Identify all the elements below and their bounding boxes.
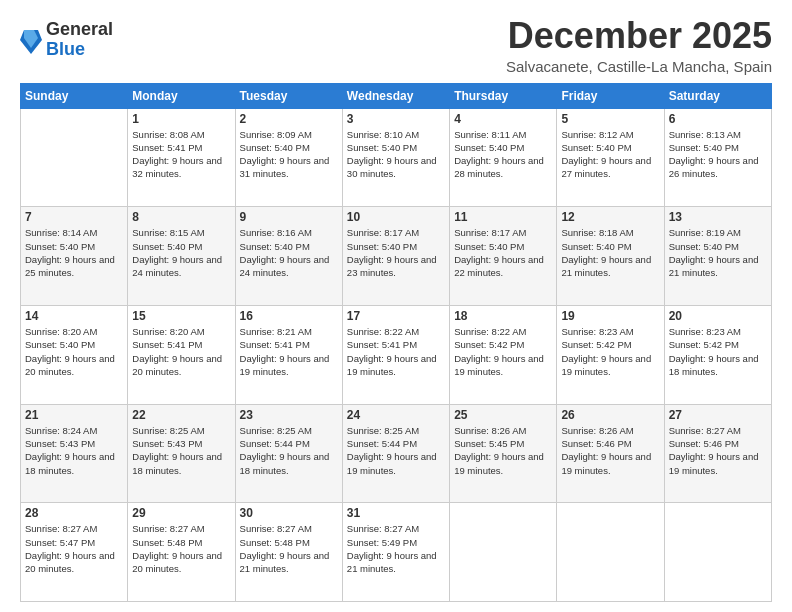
cell-details: Sunrise: 8:13 AMSunset: 5:40 PMDaylight:… (669, 128, 767, 181)
table-row: 21Sunrise: 8:24 AMSunset: 5:43 PMDayligh… (21, 404, 128, 503)
cell-details: Sunrise: 8:21 AMSunset: 5:41 PMDaylight:… (240, 325, 338, 378)
table-row: 18Sunrise: 8:22 AMSunset: 5:42 PMDayligh… (450, 305, 557, 404)
day-number: 22 (132, 408, 230, 422)
day-number: 21 (25, 408, 123, 422)
cell-details: Sunrise: 8:15 AMSunset: 5:40 PMDaylight:… (132, 226, 230, 279)
day-number: 4 (454, 112, 552, 126)
table-row: 20Sunrise: 8:23 AMSunset: 5:42 PMDayligh… (664, 305, 771, 404)
col-monday: Monday (128, 83, 235, 108)
table-row: 30Sunrise: 8:27 AMSunset: 5:48 PMDayligh… (235, 503, 342, 602)
table-row: 22Sunrise: 8:25 AMSunset: 5:43 PMDayligh… (128, 404, 235, 503)
day-number: 9 (240, 210, 338, 224)
day-number: 20 (669, 309, 767, 323)
table-row: 7Sunrise: 8:14 AMSunset: 5:40 PMDaylight… (21, 207, 128, 306)
day-number: 14 (25, 309, 123, 323)
table-row: 14Sunrise: 8:20 AMSunset: 5:40 PMDayligh… (21, 305, 128, 404)
day-number: 5 (561, 112, 659, 126)
day-number: 29 (132, 506, 230, 520)
day-number: 12 (561, 210, 659, 224)
day-number: 27 (669, 408, 767, 422)
day-number: 11 (454, 210, 552, 224)
table-row: 12Sunrise: 8:18 AMSunset: 5:40 PMDayligh… (557, 207, 664, 306)
cell-details: Sunrise: 8:14 AMSunset: 5:40 PMDaylight:… (25, 226, 123, 279)
calendar-header-row: Sunday Monday Tuesday Wednesday Thursday… (21, 83, 772, 108)
cell-details: Sunrise: 8:18 AMSunset: 5:40 PMDaylight:… (561, 226, 659, 279)
cell-details: Sunrise: 8:20 AMSunset: 5:41 PMDaylight:… (132, 325, 230, 378)
day-number: 1 (132, 112, 230, 126)
day-number: 13 (669, 210, 767, 224)
cell-details: Sunrise: 8:11 AMSunset: 5:40 PMDaylight:… (454, 128, 552, 181)
cell-details: Sunrise: 8:27 AMSunset: 5:47 PMDaylight:… (25, 522, 123, 575)
table-row: 13Sunrise: 8:19 AMSunset: 5:40 PMDayligh… (664, 207, 771, 306)
cell-details: Sunrise: 8:17 AMSunset: 5:40 PMDaylight:… (454, 226, 552, 279)
cell-details: Sunrise: 8:22 AMSunset: 5:41 PMDaylight:… (347, 325, 445, 378)
cell-details: Sunrise: 8:27 AMSunset: 5:49 PMDaylight:… (347, 522, 445, 575)
cell-details: Sunrise: 8:27 AMSunset: 5:48 PMDaylight:… (240, 522, 338, 575)
table-row (21, 108, 128, 207)
logo-general-text: General (46, 20, 113, 40)
cell-details: Sunrise: 8:25 AMSunset: 5:43 PMDaylight:… (132, 424, 230, 477)
day-number: 3 (347, 112, 445, 126)
calendar-week-row: 14Sunrise: 8:20 AMSunset: 5:40 PMDayligh… (21, 305, 772, 404)
cell-details: Sunrise: 8:23 AMSunset: 5:42 PMDaylight:… (561, 325, 659, 378)
logo-icon (20, 26, 42, 54)
cell-details: Sunrise: 8:16 AMSunset: 5:40 PMDaylight:… (240, 226, 338, 279)
table-row: 16Sunrise: 8:21 AMSunset: 5:41 PMDayligh… (235, 305, 342, 404)
calendar-week-row: 21Sunrise: 8:24 AMSunset: 5:43 PMDayligh… (21, 404, 772, 503)
table-row: 9Sunrise: 8:16 AMSunset: 5:40 PMDaylight… (235, 207, 342, 306)
day-number: 23 (240, 408, 338, 422)
col-wednesday: Wednesday (342, 83, 449, 108)
day-number: 16 (240, 309, 338, 323)
cell-details: Sunrise: 8:27 AMSunset: 5:48 PMDaylight:… (132, 522, 230, 575)
day-number: 10 (347, 210, 445, 224)
day-number: 26 (561, 408, 659, 422)
cell-details: Sunrise: 8:26 AMSunset: 5:45 PMDaylight:… (454, 424, 552, 477)
day-number: 17 (347, 309, 445, 323)
cell-details: Sunrise: 8:12 AMSunset: 5:40 PMDaylight:… (561, 128, 659, 181)
col-friday: Friday (557, 83, 664, 108)
cell-details: Sunrise: 8:27 AMSunset: 5:46 PMDaylight:… (669, 424, 767, 477)
table-row: 15Sunrise: 8:20 AMSunset: 5:41 PMDayligh… (128, 305, 235, 404)
table-row: 24Sunrise: 8:25 AMSunset: 5:44 PMDayligh… (342, 404, 449, 503)
cell-details: Sunrise: 8:26 AMSunset: 5:46 PMDaylight:… (561, 424, 659, 477)
calendar-week-row: 1Sunrise: 8:08 AMSunset: 5:41 PMDaylight… (21, 108, 772, 207)
table-row: 25Sunrise: 8:26 AMSunset: 5:45 PMDayligh… (450, 404, 557, 503)
day-number: 31 (347, 506, 445, 520)
calendar-table: Sunday Monday Tuesday Wednesday Thursday… (20, 83, 772, 602)
cell-details: Sunrise: 8:10 AMSunset: 5:40 PMDaylight:… (347, 128, 445, 181)
calendar-week-row: 7Sunrise: 8:14 AMSunset: 5:40 PMDaylight… (21, 207, 772, 306)
cell-details: Sunrise: 8:23 AMSunset: 5:42 PMDaylight:… (669, 325, 767, 378)
table-row: 6Sunrise: 8:13 AMSunset: 5:40 PMDaylight… (664, 108, 771, 207)
cell-details: Sunrise: 8:25 AMSunset: 5:44 PMDaylight:… (347, 424, 445, 477)
month-title: December 2025 (506, 16, 772, 56)
day-number: 25 (454, 408, 552, 422)
day-number: 6 (669, 112, 767, 126)
cell-details: Sunrise: 8:24 AMSunset: 5:43 PMDaylight:… (25, 424, 123, 477)
calendar-week-row: 28Sunrise: 8:27 AMSunset: 5:47 PMDayligh… (21, 503, 772, 602)
page: General Blue December 2025 Salvacanete, … (0, 0, 792, 612)
logo: General Blue (20, 20, 113, 60)
cell-details: Sunrise: 8:25 AMSunset: 5:44 PMDaylight:… (240, 424, 338, 477)
day-number: 15 (132, 309, 230, 323)
table-row: 4Sunrise: 8:11 AMSunset: 5:40 PMDaylight… (450, 108, 557, 207)
table-row (450, 503, 557, 602)
location-title: Salvacanete, Castille-La Mancha, Spain (506, 58, 772, 75)
cell-details: Sunrise: 8:19 AMSunset: 5:40 PMDaylight:… (669, 226, 767, 279)
day-number: 28 (25, 506, 123, 520)
table-row: 27Sunrise: 8:27 AMSunset: 5:46 PMDayligh… (664, 404, 771, 503)
table-row: 2Sunrise: 8:09 AMSunset: 5:40 PMDaylight… (235, 108, 342, 207)
header: General Blue December 2025 Salvacanete, … (20, 16, 772, 75)
col-sunday: Sunday (21, 83, 128, 108)
cell-details: Sunrise: 8:20 AMSunset: 5:40 PMDaylight:… (25, 325, 123, 378)
day-number: 24 (347, 408, 445, 422)
col-tuesday: Tuesday (235, 83, 342, 108)
table-row: 31Sunrise: 8:27 AMSunset: 5:49 PMDayligh… (342, 503, 449, 602)
cell-details: Sunrise: 8:17 AMSunset: 5:40 PMDaylight:… (347, 226, 445, 279)
day-number: 8 (132, 210, 230, 224)
cell-details: Sunrise: 8:09 AMSunset: 5:40 PMDaylight:… (240, 128, 338, 181)
day-number: 7 (25, 210, 123, 224)
logo-text: General Blue (46, 20, 113, 60)
table-row: 19Sunrise: 8:23 AMSunset: 5:42 PMDayligh… (557, 305, 664, 404)
cell-details: Sunrise: 8:08 AMSunset: 5:41 PMDaylight:… (132, 128, 230, 181)
table-row: 11Sunrise: 8:17 AMSunset: 5:40 PMDayligh… (450, 207, 557, 306)
